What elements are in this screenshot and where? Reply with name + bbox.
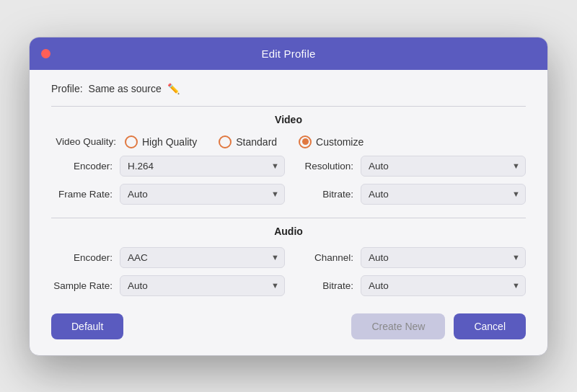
audio-samplerate-group: Sample Rate: Auto 44100 48000 96000 ▼ xyxy=(51,275,285,296)
video-bitrate-select[interactable]: Auto 1000k 2000k 4000k 8000k xyxy=(361,184,526,205)
video-quality-radio-group: High Quality Standard Customize xyxy=(125,135,526,148)
audio-section-title: Audio xyxy=(51,226,526,237)
audio-bitrate-select[interactable]: Auto 128k 192k 256k 320k xyxy=(361,275,526,296)
audio-encoder-group: Encoder: AAC MP3 AC3 FLAC ▼ xyxy=(51,247,285,268)
video-section: Video Video Quality: High Quality Standa… xyxy=(51,114,526,205)
video-divider xyxy=(51,106,526,107)
video-framerate-bitrate-row: Frame Rate: Auto 23.976 24 25 29.97 30 6… xyxy=(51,184,526,205)
audio-samplerate-select[interactable]: Auto 44100 48000 96000 xyxy=(120,275,285,296)
video-framerate-select[interactable]: Auto 23.976 24 25 29.97 30 60 xyxy=(120,184,285,205)
video-encoder-group: Encoder: H.264 H.265 MPEG-4 ProRes ▼ xyxy=(51,156,285,177)
audio-channel-label: Channel: xyxy=(292,252,353,263)
traffic-lights xyxy=(41,49,50,58)
video-encoder-select[interactable]: H.264 H.265 MPEG-4 ProRes xyxy=(120,156,285,177)
radio-customize-circle xyxy=(299,135,312,148)
audio-encoder-select-wrapper: AAC MP3 AC3 FLAC ▼ xyxy=(120,247,285,268)
audio-bitrate-group: Bitrate: Auto 128k 192k 256k 320k ▼ xyxy=(292,275,526,296)
audio-encoder-label: Encoder: xyxy=(51,252,113,263)
default-button[interactable]: Default xyxy=(51,313,123,339)
video-encoder-label: Encoder: xyxy=(51,161,113,172)
profile-value: Same as source xyxy=(89,83,162,94)
dialog-body: Profile: Same as source ✏️ Video Video Q… xyxy=(30,70,547,355)
audio-samplerate-label: Sample Rate: xyxy=(51,280,113,291)
radio-standard-circle xyxy=(219,135,232,148)
radio-customize-label: Customize xyxy=(316,136,364,148)
edit-profile-icon[interactable]: ✏️ xyxy=(167,83,180,94)
video-resolution-group: Resolution: Auto 1920x1080 1280x720 854x… xyxy=(292,156,526,177)
right-buttons: Create New Cancel xyxy=(351,313,526,339)
video-resolution-select-wrapper: Auto 1920x1080 1280x720 854x480 640x360 … xyxy=(361,156,526,177)
video-bitrate-select-wrapper: Auto 1000k 2000k 4000k 8000k ▼ xyxy=(361,184,526,205)
profile-label: Profile: xyxy=(51,83,83,94)
close-button[interactable] xyxy=(41,49,50,58)
audio-encoder-select[interactable]: AAC MP3 AC3 FLAC xyxy=(120,247,285,268)
video-encoder-select-wrapper: H.264 H.265 MPEG-4 ProRes ▼ xyxy=(120,156,285,177)
cancel-button[interactable]: Cancel xyxy=(454,313,526,339)
video-quality-row: Video Quality: High Quality Standard xyxy=(51,135,526,148)
video-resolution-select[interactable]: Auto 1920x1080 1280x720 854x480 640x360 xyxy=(361,156,526,177)
video-quality-label: Video Quality: xyxy=(51,136,116,147)
audio-channel-select-wrapper: Auto Mono Stereo 5.1 ▼ xyxy=(361,247,526,268)
video-bitrate-group: Bitrate: Auto 1000k 2000k 4000k 8000k ▼ xyxy=(292,184,526,205)
video-encoder-resolution-row: Encoder: H.264 H.265 MPEG-4 ProRes ▼ Res… xyxy=(51,156,526,177)
audio-encoder-channel-row: Encoder: AAC MP3 AC3 FLAC ▼ Channel: xyxy=(51,247,526,268)
audio-section: Audio Encoder: AAC MP3 AC3 FLAC ▼ xyxy=(51,226,526,296)
edit-profile-dialog: Edit Profile Profile: Same as source ✏️ … xyxy=(29,37,548,356)
video-framerate-label: Frame Rate: xyxy=(51,189,113,200)
audio-samplerate-select-wrapper: Auto 44100 48000 96000 ▼ xyxy=(120,275,285,296)
audio-channel-group: Channel: Auto Mono Stereo 5.1 ▼ xyxy=(292,247,526,268)
radio-high-quality-circle xyxy=(125,135,138,148)
radio-high-quality-label: High Quality xyxy=(142,136,197,148)
video-framerate-group: Frame Rate: Auto 23.976 24 25 29.97 30 6… xyxy=(51,184,285,205)
audio-channel-select[interactable]: Auto Mono Stereo 5.1 xyxy=(361,247,526,268)
radio-high-quality[interactable]: High Quality xyxy=(125,135,197,148)
radio-standard[interactable]: Standard xyxy=(219,135,277,148)
title-bar: Edit Profile xyxy=(30,37,547,70)
video-bitrate-label: Bitrate: xyxy=(292,189,353,200)
radio-standard-label: Standard xyxy=(236,136,277,148)
video-resolution-label: Resolution: xyxy=(292,161,353,172)
radio-customize[interactable]: Customize xyxy=(299,135,364,148)
audio-bitrate-label: Bitrate: xyxy=(292,280,353,291)
audio-samplerate-bitrate-row: Sample Rate: Auto 44100 48000 96000 ▼ Bi… xyxy=(51,275,526,296)
audio-divider xyxy=(51,218,526,218)
dialog-title: Edit Profile xyxy=(262,48,316,60)
create-new-button[interactable]: Create New xyxy=(351,313,445,339)
buttons-row: Default Create New Cancel xyxy=(51,311,526,339)
video-section-title: Video xyxy=(51,114,526,125)
video-framerate-select-wrapper: Auto 23.976 24 25 29.97 30 60 ▼ xyxy=(120,184,285,205)
audio-bitrate-select-wrapper: Auto 128k 192k 256k 320k ▼ xyxy=(361,275,526,296)
profile-row: Profile: Same as source ✏️ xyxy=(51,83,526,94)
